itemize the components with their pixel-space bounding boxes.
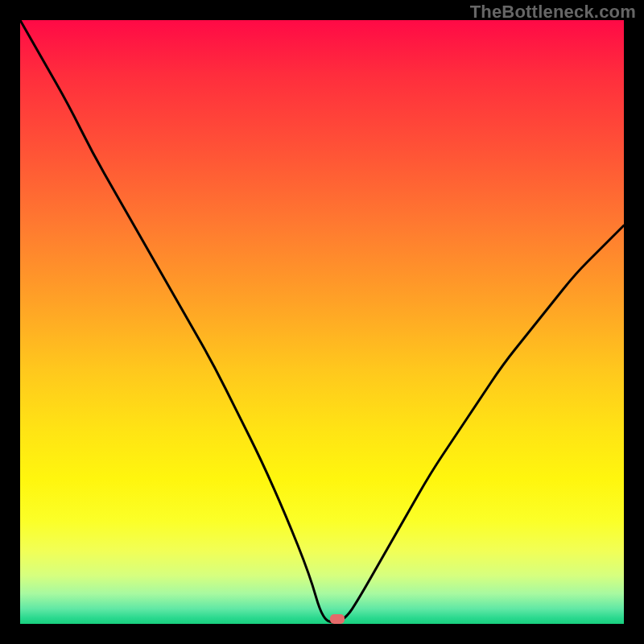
curve-svg (20, 20, 624, 624)
chart-frame: TheBottleneck.com (0, 0, 644, 644)
bottleneck-curve-path (20, 20, 624, 622)
plot-area (20, 20, 624, 624)
watermark-text: TheBottleneck.com (470, 2, 636, 23)
optimum-marker (330, 614, 345, 624)
